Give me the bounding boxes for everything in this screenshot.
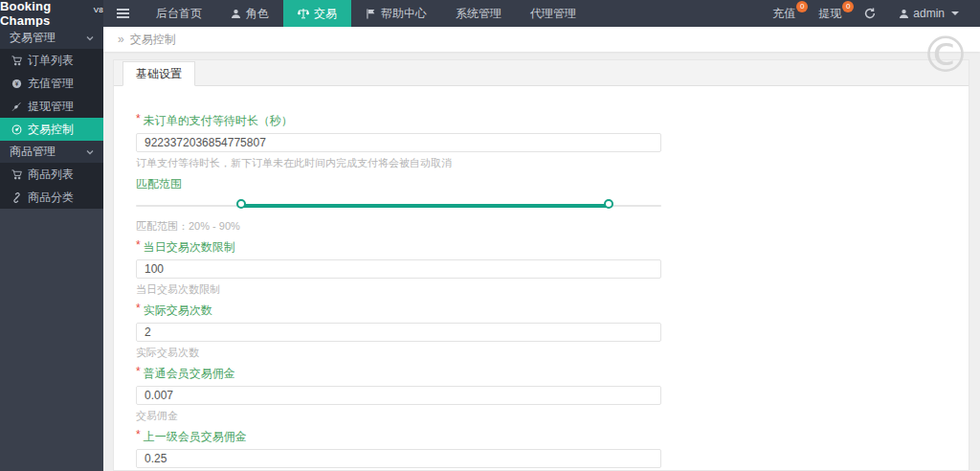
field-help-text: 当日交易次数限制 [136,282,661,297]
field-order-pay-wait-time: * 未订单的支付等待时长（秒） 订单支付等待时长，新下订单未在此时间内完成支付将… [136,113,661,170]
match-range-slider[interactable] [136,196,661,215]
sidebar-item-withdraw-management[interactable]: 提现管理 [0,95,103,118]
sidebar-item-recharge-management[interactable]: ¥ 充值管理 [0,72,103,95]
nav-item-system-management[interactable]: 系统管理 [441,0,516,27]
field-normal-member-commission: * 普通会员交易佣金 交易佣金 [136,366,661,423]
field-label: 普通会员交易佣金 [144,366,235,382]
order-pay-wait-time-input[interactable] [136,133,661,152]
cart-icon [11,169,22,180]
username-label: admin [913,7,945,20]
required-asterisk: * [136,303,141,314]
slider-active-track [241,204,609,208]
field-help-text: 交易佣金 [136,409,661,423]
chevron-down-icon [951,11,959,15]
app-logo: Booking Champs V8 [0,0,103,27]
field-daily-trade-limit: * 当日交易次数限制 当日交易次数限制 [136,239,661,297]
slider-handle-min[interactable] [236,199,246,209]
control-icon [11,124,22,135]
app-logo-text: Booking Champs [0,0,91,28]
nav-item-roles[interactable]: 角色 [216,0,283,27]
sidebar: 交易管理 订单列表 ¥ 充值管理 提现管理 交易控制 [0,27,103,471]
tab-bar: 基础设置 [114,60,969,86]
settings-form: * 未订单的支付等待时长（秒） 订单支付等待时长，新下订单未在此时间内完成支付将… [114,86,661,471]
main-content: © » 交易控制 基础设置 * 未订单的支付等待时长（秒） 订单支付等 [103,27,980,471]
app-logo-version: V8 [94,6,103,14]
sidebar-item-product-list[interactable]: 商品列表 [0,163,103,186]
actual-trade-count-input[interactable] [136,323,661,342]
field-match-range: 匹配范围 匹配范围：20% - 90% [136,176,661,234]
chevron-down-icon [86,34,94,42]
cart-icon [11,56,22,66]
withdraw-icon [11,101,22,112]
link-icon [11,192,22,203]
field-label: 实际交易次数 [144,303,212,319]
field-label: 未订单的支付等待时长（秒） [144,113,293,129]
withdraw-shortcut[interactable]: 提现 0 [807,0,853,27]
required-asterisk: * [136,239,141,251]
sidebar-item-order-list[interactable]: 订单列表 [0,49,103,72]
flag-icon [366,9,376,19]
hamburger-icon [117,12,129,14]
topbar: Booking Champs V8 后台首页 角色 交易 帮助中心 系统管理 代… [0,0,980,27]
field-help-text: 匹配范围：20% - 90% [136,219,661,234]
nav-item-agent-management[interactable]: 代理管理 [516,0,590,27]
coin-icon: ¥ [11,78,22,89]
settings-card: 基础设置 * 未订单的支付等待时长（秒） 订单支付等待时长，新下订单未在此时间内… [113,59,969,471]
field-actual-trade-count: * 实际交易次数 实际交易次数 [136,303,661,360]
nav-item-dashboard[interactable]: 后台首页 [142,0,216,27]
breadcrumb-separator: » [118,33,124,46]
field-level1-member-commission: * 上一级会员交易佣金 交易佣金 [136,429,661,471]
required-asterisk: * [136,366,141,377]
tab-basic-settings[interactable]: 基础设置 [122,61,195,86]
sidebar-section-product-management[interactable]: 商品管理 [0,141,103,163]
user-icon [899,9,909,19]
sidebar-section-trade-management[interactable]: 交易管理 [0,27,103,49]
recharge-shortcut[interactable]: 充值 0 [761,0,807,27]
daily-trade-limit-input[interactable] [136,259,661,279]
breadcrumb-current[interactable]: 交易控制 [130,32,176,48]
field-help-text: 实际交易次数 [136,346,661,360]
field-label: 上一级会员交易佣金 [144,429,247,445]
slider-handle-max[interactable] [604,199,613,209]
field-help-text: 订单支付等待时长，新下订单未在此时间内完成支付将会被自动取消 [136,156,661,170]
refresh-button[interactable] [853,0,887,27]
field-label: 匹配范围 [136,176,182,192]
sidebar-item-trade-control[interactable]: 交易控制 [0,118,103,141]
scales-icon [298,8,309,19]
topbar-right: 充值 0 提现 0 admin [761,0,980,27]
required-asterisk: * [136,113,141,124]
normal-member-commission-input[interactable] [136,386,661,405]
field-label: 当日交易次数限制 [144,239,235,256]
svg-text:¥: ¥ [15,79,19,86]
breadcrumb: » 交易控制 [103,27,980,52]
nav-item-help-center[interactable]: 帮助中心 [351,0,441,27]
user-icon [231,9,241,19]
nav-item-trade[interactable]: 交易 [283,0,351,27]
chevron-down-icon [86,148,94,156]
sidebar-empty-area [0,209,103,471]
refresh-icon [864,8,876,19]
required-asterisk: * [136,429,141,440]
sidebar-toggle-button[interactable] [103,0,142,27]
sidebar-item-product-category[interactable]: 商品分类 [0,186,103,209]
level1-member-commission-input[interactable] [136,449,661,468]
user-menu[interactable]: admin [887,0,970,27]
